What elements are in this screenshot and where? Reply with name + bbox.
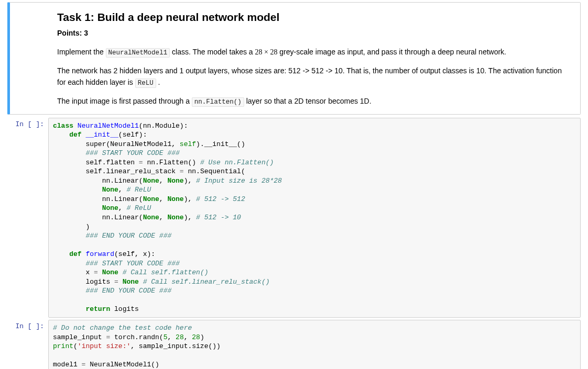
- task-paragraph-1: Implement the NeuralNetModel1 class. The…: [57, 47, 562, 58]
- op: =: [180, 167, 184, 175]
- input-prompt: In [ ]:: [7, 320, 48, 369]
- text: class. The model takes a: [170, 48, 255, 56]
- comment: ### END YOUR CODE ###: [85, 287, 171, 295]
- text: ,: [118, 186, 127, 194]
- none: None: [102, 204, 118, 212]
- op: =: [94, 269, 98, 276]
- inline-code: NeuralNetModel1: [106, 48, 170, 58]
- op: =: [114, 278, 118, 286]
- text: nn.Flatten(): [143, 159, 200, 166]
- class-name: NeuralNetModel1: [78, 122, 139, 130]
- kw-class: class: [53, 122, 73, 130]
- kw-def: def: [69, 131, 81, 139]
- comment: # Use nn.Flatten(): [200, 159, 274, 166]
- inline-code: ReLU: [135, 79, 156, 88]
- none: None: [167, 177, 183, 185]
- text: , sample_input.size()): [130, 342, 221, 350]
- op: =: [139, 159, 143, 166]
- kw-def: def: [69, 250, 81, 258]
- text: sample_input: [53, 333, 106, 341]
- code-cell-2[interactable]: In [ ]: # Do not change the test code he…: [7, 320, 581, 369]
- none: None: [143, 177, 159, 185]
- text: (self):: [118, 131, 147, 139]
- fn-name: __init__: [85, 131, 118, 139]
- num: 5: [164, 333, 168, 341]
- text: model1: [53, 361, 82, 368]
- text: torch.randn(: [110, 333, 163, 341]
- text: ,: [159, 177, 168, 185]
- kw-return: return: [85, 305, 110, 313]
- none: None: [123, 278, 139, 286]
- none: None: [143, 195, 159, 203]
- text: ): [85, 223, 90, 231]
- text: nn.Linear(: [102, 214, 143, 221]
- self: self: [180, 140, 196, 148]
- text: (nn.Module):: [139, 122, 188, 130]
- text: x: [85, 269, 94, 276]
- none: None: [102, 186, 118, 194]
- text: super(NeuralNetModel1,: [85, 140, 179, 148]
- comment: # Do not change the test code here: [53, 324, 192, 332]
- text: .: [156, 78, 160, 86]
- text: nn.Linear(: [102, 177, 143, 185]
- task-heading: Task 1: Build a deep neural network mode…: [57, 11, 562, 24]
- builtin: print: [53, 342, 73, 350]
- none: None: [167, 214, 183, 221]
- inline-code: nn.Flatten(): [192, 97, 244, 107]
- code-body[interactable]: # Do not change the test code here sampl…: [48, 320, 581, 369]
- text: layer so that a 2D tensor becomes 1D.: [244, 97, 372, 105]
- text: (self, x):: [114, 250, 155, 258]
- notebook: Task 1: Build a deep neural network mode…: [0, 0, 588, 369]
- none: None: [143, 214, 159, 221]
- code-block[interactable]: class NeuralNetModel1(nn.Module): def __…: [53, 121, 576, 314]
- task-paragraph-3: The input image is first passed through …: [57, 96, 562, 107]
- text: NeuralNetModel1(): [85, 361, 159, 368]
- text: ): [200, 333, 204, 341]
- input-prompt: In [ ]:: [7, 118, 48, 318]
- comment: # ReLU: [126, 186, 151, 194]
- none: None: [167, 195, 183, 203]
- text: ),: [184, 195, 196, 203]
- num: 28: [176, 333, 184, 341]
- string: 'input size:': [78, 342, 130, 350]
- text: grey-scale image as input, and pass it t…: [277, 48, 506, 56]
- comment: # Input size is 28*28: [196, 177, 282, 185]
- markdown-cell[interactable]: Task 1: Build a deep neural network mode…: [7, 2, 581, 115]
- text: nn.Sequential(: [184, 167, 245, 175]
- comment: ### START YOUR CODE ###: [85, 149, 179, 157]
- comment: # Call self.flatten(): [123, 269, 209, 276]
- comment: # 512 -> 512: [196, 195, 245, 203]
- text: self.linear_relu_stack: [85, 167, 179, 175]
- text: self.flatten: [85, 159, 138, 166]
- fn-name: forward: [85, 250, 114, 258]
- math-expr: 28 × 28: [255, 48, 278, 56]
- comment: ### END YOUR CODE ###: [85, 232, 171, 240]
- code-cell-1[interactable]: In [ ]: class NeuralNetModel1(nn.Module)…: [7, 118, 581, 318]
- comment: # 512 -> 10: [196, 214, 241, 221]
- comment: ### START YOUR CODE ###: [85, 260, 179, 267]
- code-body[interactable]: class NeuralNetModel1(nn.Module): def __…: [48, 118, 581, 318]
- text: ),: [184, 214, 196, 221]
- text: ).__init__(): [196, 140, 245, 148]
- points-label: Points: 3: [57, 28, 562, 39]
- comment: # Call self.linear_relu_stack(): [143, 278, 270, 286]
- task-paragraph-2: The network has 2 hidden layers and 1 ou…: [57, 65, 562, 88]
- comment: # ReLU: [126, 204, 151, 212]
- text: logits: [110, 305, 139, 313]
- text: Implement the: [57, 48, 106, 56]
- text: logits: [85, 278, 114, 286]
- code-block[interactable]: # Do not change the test code here sampl…: [53, 323, 576, 369]
- num: 28: [192, 333, 200, 341]
- text: nn.Linear(: [102, 195, 143, 203]
- text: ),: [184, 177, 196, 185]
- text: ,: [159, 195, 168, 203]
- text: The input image is first passed through …: [57, 97, 192, 105]
- text: ,: [159, 214, 168, 221]
- text: ,: [118, 204, 127, 212]
- none: None: [102, 269, 118, 276]
- text: The network has 2 hidden layers and 1 ou…: [57, 66, 562, 86]
